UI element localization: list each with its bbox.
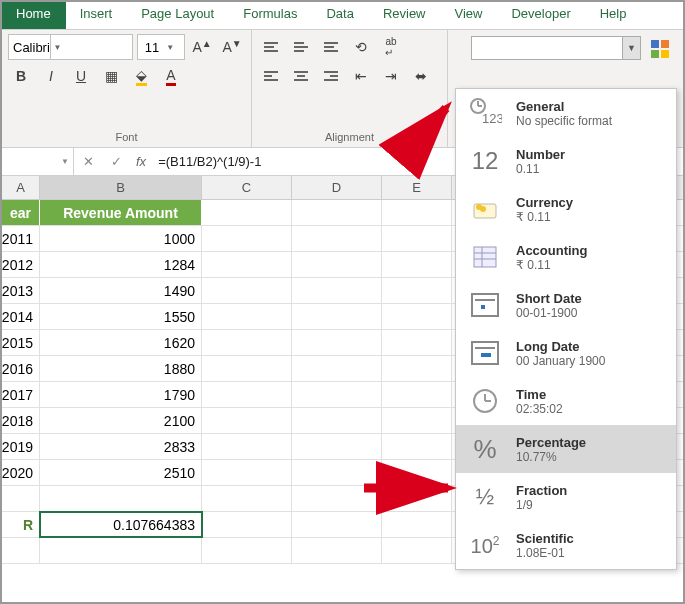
cell[interactable] <box>292 252 382 277</box>
cell[interactable] <box>382 226 452 251</box>
col-header-e[interactable]: E <box>382 176 452 199</box>
tab-data[interactable]: Data <box>312 2 368 29</box>
cell[interactable] <box>292 434 382 459</box>
value-cell[interactable]: 1790 <box>40 382 202 407</box>
cell[interactable] <box>292 512 382 537</box>
merge-button[interactable]: ⬌ <box>408 63 434 89</box>
year-cell[interactable]: 2012 <box>2 252 40 277</box>
cell[interactable] <box>292 330 382 355</box>
col-header-c[interactable]: C <box>202 176 292 199</box>
font-name-select[interactable]: Calibri ▼ <box>8 34 133 60</box>
value-cell[interactable]: 1284 <box>40 252 202 277</box>
cell[interactable] <box>202 356 292 381</box>
cell[interactable] <box>382 278 452 303</box>
tab-help[interactable]: Help <box>586 2 642 29</box>
cell[interactable] <box>202 330 292 355</box>
cagr-value-cell[interactable]: 0.107664383 <box>40 512 202 537</box>
cell[interactable] <box>292 200 382 225</box>
cell[interactable] <box>202 304 292 329</box>
format-option-shortdate[interactable]: Short Date00-01-1900 <box>456 281 676 329</box>
decrease-indent-icon[interactable]: ⇤ <box>348 63 374 89</box>
format-option-fraction[interactable]: ½Fraction1/9 <box>456 473 676 521</box>
decrease-font-icon[interactable]: A▼ <box>219 34 245 60</box>
cell[interactable] <box>382 408 452 433</box>
align-right-icon[interactable] <box>318 63 344 89</box>
cell[interactable] <box>202 434 292 459</box>
year-cell[interactable]: 2018 <box>2 408 40 433</box>
chevron-down-icon[interactable]: ▼ <box>622 37 640 59</box>
orientation-button[interactable]: ⟲ <box>348 34 374 60</box>
tab-formulas[interactable]: Formulas <box>229 2 312 29</box>
year-cell[interactable]: 2011 <box>2 226 40 251</box>
cell[interactable] <box>202 486 292 511</box>
format-option-general[interactable]: 123GeneralNo specific format <box>456 89 676 137</box>
tab-view[interactable]: View <box>441 2 498 29</box>
year-cell[interactable]: 2016 <box>2 356 40 381</box>
format-option-percentage[interactable]: %Percentage10.77% <box>456 425 676 473</box>
cell[interactable] <box>202 408 292 433</box>
cell[interactable] <box>202 226 292 251</box>
cell[interactable] <box>292 278 382 303</box>
chevron-down-icon[interactable]: ▼ <box>163 35 177 59</box>
cell[interactable] <box>2 486 40 511</box>
year-cell[interactable]: 2020 <box>2 460 40 485</box>
tab-home[interactable]: Home <box>2 2 66 29</box>
format-option-time[interactable]: Time02:35:02 <box>456 377 676 425</box>
cell[interactable] <box>292 538 382 563</box>
cagr-label-cell[interactable]: R <box>2 512 40 537</box>
tab-review[interactable]: Review <box>369 2 441 29</box>
bold-button[interactable]: B <box>8 63 34 89</box>
cell[interactable] <box>292 356 382 381</box>
align-bottom-icon[interactable] <box>318 34 344 60</box>
chevron-down-icon[interactable]: ▼ <box>61 157 69 166</box>
italic-button[interactable]: I <box>38 63 64 89</box>
cell[interactable] <box>202 252 292 277</box>
align-center-icon[interactable] <box>288 63 314 89</box>
format-option-scientific[interactable]: 102Scientific1.08E-01 <box>456 521 676 569</box>
cell[interactable] <box>382 356 452 381</box>
value-cell[interactable]: 2833 <box>40 434 202 459</box>
border-button[interactable]: ▦ <box>98 63 124 89</box>
cell[interactable] <box>382 434 452 459</box>
col-header-b[interactable]: B <box>40 176 202 199</box>
increase-font-icon[interactable]: A▲ <box>189 34 215 60</box>
cell[interactable] <box>382 200 452 225</box>
cell[interactable] <box>292 382 382 407</box>
cell[interactable] <box>40 538 202 563</box>
align-middle-icon[interactable] <box>288 34 314 60</box>
tab-page-layout[interactable]: Page Layout <box>127 2 229 29</box>
value-cell[interactable]: 2510 <box>40 460 202 485</box>
underline-button[interactable]: U <box>68 63 94 89</box>
year-cell[interactable]: 2013 <box>2 278 40 303</box>
cell[interactable] <box>202 512 292 537</box>
tab-insert[interactable]: Insert <box>66 2 128 29</box>
cell[interactable] <box>202 200 292 225</box>
format-option-currency[interactable]: Currency₹ 0.11 <box>456 185 676 233</box>
cell[interactable] <box>202 382 292 407</box>
value-cell[interactable]: 1620 <box>40 330 202 355</box>
align-top-icon[interactable] <box>258 34 284 60</box>
cell[interactable] <box>292 304 382 329</box>
cell[interactable] <box>382 330 452 355</box>
cell[interactable] <box>2 538 40 563</box>
year-cell[interactable]: 2014 <box>2 304 40 329</box>
year-cell[interactable]: 2015 <box>2 330 40 355</box>
fill-color-button[interactable]: ⬙ <box>128 63 154 89</box>
cancel-formula-icon[interactable]: ✕ <box>74 154 102 169</box>
value-cell[interactable]: 1000 <box>40 226 202 251</box>
cell[interactable] <box>202 278 292 303</box>
font-color-button[interactable]: A <box>158 63 184 89</box>
col-header-d[interactable]: D <box>292 176 382 199</box>
cell[interactable] <box>382 304 452 329</box>
value-cell[interactable]: 2100 <box>40 408 202 433</box>
cell[interactable] <box>292 226 382 251</box>
align-left-icon[interactable] <box>258 63 284 89</box>
format-option-longdate[interactable]: Long Date00 January 1900 <box>456 329 676 377</box>
enter-formula-icon[interactable]: ✓ <box>102 154 130 169</box>
cell[interactable] <box>292 408 382 433</box>
cell[interactable] <box>382 512 452 537</box>
increase-indent-icon[interactable]: ⇥ <box>378 63 404 89</box>
number-format-select[interactable]: ▼ <box>471 36 641 60</box>
col-header-a[interactable]: A <box>2 176 40 199</box>
cell[interactable] <box>202 538 292 563</box>
